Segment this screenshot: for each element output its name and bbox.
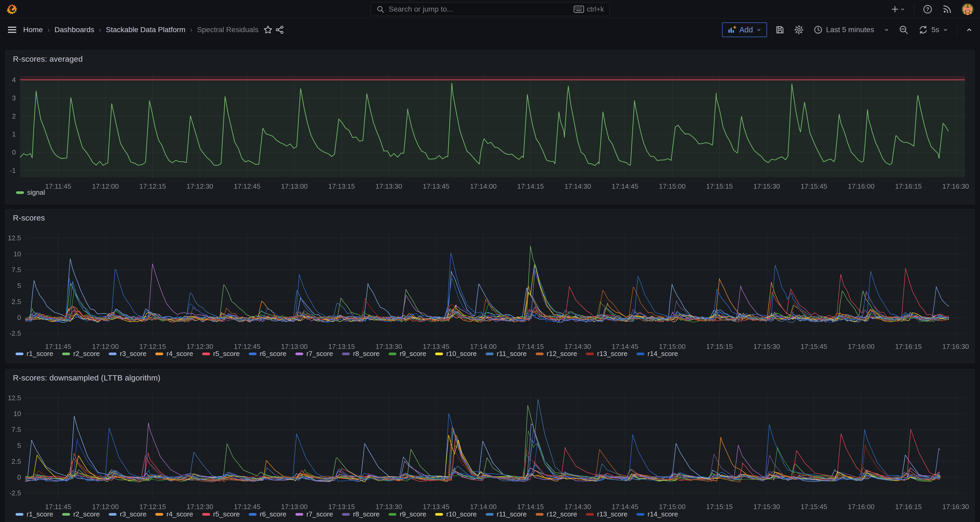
- legend-swatch: [536, 353, 544, 355]
- legend-item-label: r11_score: [497, 350, 527, 358]
- star-icon: [263, 25, 273, 35]
- legend-swatch: [62, 513, 70, 516]
- svg-text:2: 2: [12, 112, 16, 120]
- panel-title[interactable]: R-scores: [13, 214, 45, 222]
- svg-text:17:15:45: 17:15:45: [801, 182, 827, 190]
- svg-text:17:14:00: 17:14:00: [470, 182, 496, 190]
- legend-item-r12_score[interactable]: r12_score: [536, 510, 577, 518]
- svg-text:17:16:30: 17:16:30: [942, 343, 969, 350]
- legend-item-r3_score[interactable]: r3_score: [109, 350, 146, 358]
- svg-text:-2.5: -2.5: [9, 329, 21, 337]
- svg-text:0: 0: [12, 148, 16, 156]
- r-scores-downsampled-chart[interactable]: 12.5107.552.50-2.517:11:4517:12:0017:12:…: [6, 369, 974, 522]
- user-avatar-button[interactable]: [961, 2, 975, 16]
- legend-item-r14_score[interactable]: r14_score: [636, 510, 678, 518]
- mega-menu-button[interactable]: [6, 24, 18, 36]
- legend-item-r4_score[interactable]: r4_score: [155, 510, 193, 518]
- legend-item-r12_score[interactable]: r12_score: [536, 350, 577, 358]
- legend-item-r11_score[interactable]: r11_score: [486, 510, 527, 518]
- r-scores-chart[interactable]: 12.5107.552.50-2.517:11:4517:12:0017:12:…: [6, 209, 974, 363]
- save-icon: [775, 25, 785, 35]
- search-icon: [376, 5, 385, 13]
- panel-r-scores: R-scores 12.5107.552.50-2.517:11:4517:12…: [5, 209, 975, 363]
- svg-text:17:14:00: 17:14:00: [470, 343, 496, 350]
- breadcrumb-dashboards[interactable]: Dashboards: [54, 26, 94, 34]
- svg-text:17:12:15: 17:12:15: [139, 503, 166, 511]
- r-scores-averaged-chart[interactable]: 43210-117:11:4517:12:0017:12:1517:12:301…: [6, 50, 974, 204]
- svg-text:17:13:45: 17:13:45: [423, 182, 449, 190]
- share-button[interactable]: [274, 24, 285, 35]
- svg-text:4: 4: [12, 76, 16, 84]
- breadcrumb-folder[interactable]: Stackable Data Platform: [106, 26, 185, 34]
- breadcrumb-separator: ›: [99, 26, 101, 34]
- rss-icon: [942, 4, 952, 14]
- legend-item-r8_score[interactable]: r8_score: [342, 350, 380, 358]
- svg-text:17:16:15: 17:16:15: [895, 343, 921, 350]
- svg-text:17:11:45: 17:11:45: [45, 182, 71, 190]
- series-line-r11_score: [25, 264, 949, 322]
- series-line-r10_score: [25, 264, 949, 322]
- series-lines: [25, 246, 949, 322]
- series-line-r14_score: [25, 278, 949, 322]
- panel-title[interactable]: R-scores: averaged: [13, 54, 83, 64]
- svg-text:2.5: 2.5: [11, 457, 21, 465]
- legend-item-r13_score[interactable]: r13_score: [586, 510, 628, 518]
- search-input[interactable]: Search or jump to... ctrl+k: [371, 2, 609, 16]
- dashboard-settings-button[interactable]: [793, 24, 805, 36]
- search-shortcut: ctrl+k: [574, 5, 604, 13]
- zoom-out-time-button[interactable]: [897, 24, 910, 36]
- series-line-r5_score: [25, 429, 940, 481]
- legend-item-r3_score[interactable]: r3_score: [109, 510, 146, 518]
- svg-text:5: 5: [18, 282, 21, 290]
- legend-item-r4_score[interactable]: r4_score: [155, 350, 193, 358]
- legend-item-r5_score[interactable]: r5_score: [202, 510, 240, 518]
- legend-swatch: [202, 353, 210, 355]
- legend-item-r8_score[interactable]: r8_score: [342, 510, 380, 518]
- legend-item-r6_score[interactable]: r6_score: [249, 510, 286, 518]
- legend-item-r7_score[interactable]: r7_score: [295, 510, 333, 518]
- legend-item-r7_score[interactable]: r7_score: [295, 350, 333, 358]
- legend-item-r9_score[interactable]: r9_score: [388, 510, 426, 518]
- legend-item-r14_score[interactable]: r14_score: [636, 350, 678, 358]
- grafana-logo[interactable]: [6, 3, 18, 16]
- svg-text:3: 3: [12, 94, 16, 102]
- breadcrumb-home[interactable]: Home: [23, 26, 43, 34]
- legend-item-r2_score[interactable]: r2_score: [62, 350, 100, 358]
- save-dashboard-button[interactable]: [774, 24, 786, 36]
- chevron-down-icon: [756, 27, 762, 33]
- legend-item-r10_score[interactable]: r10_score: [435, 350, 477, 358]
- favorite-button[interactable]: [262, 24, 274, 35]
- grafana-logo-icon: [6, 3, 18, 15]
- legend-item-r2_score[interactable]: r2_score: [62, 510, 100, 518]
- help-button[interactable]: ?: [921, 3, 934, 15]
- legend-item-r10_score[interactable]: r10_score: [435, 510, 477, 518]
- panel-title[interactable]: R-scores: downsampled (LTTB algorithm): [13, 374, 161, 382]
- svg-text:5: 5: [18, 442, 21, 450]
- svg-text:17:14:30: 17:14:30: [564, 343, 591, 350]
- new-menu-button[interactable]: [889, 3, 907, 15]
- legend-item-r1_score[interactable]: r1_score: [16, 510, 53, 518]
- svg-text:17:14:30: 17:14:30: [564, 182, 591, 190]
- time-range-dropdown-button[interactable]: [882, 26, 891, 34]
- refresh-button[interactable]: 5s: [916, 23, 950, 37]
- series-line-r6_score: [25, 253, 949, 322]
- news-button[interactable]: [941, 3, 953, 15]
- topnav-actions: ?: [889, 2, 980, 16]
- legend-item-r9_score[interactable]: r9_score: [388, 350, 426, 358]
- legend-item-signal[interactable]: signal: [16, 188, 45, 196]
- svg-text:17:12:45: 17:12:45: [234, 503, 260, 511]
- legend-item-r6_score[interactable]: r6_score: [249, 350, 286, 358]
- svg-text:17:13:00: 17:13:00: [281, 503, 308, 511]
- legend-item-r11_score[interactable]: r11_score: [486, 350, 527, 358]
- legend-item-r1_score[interactable]: r1_score: [16, 350, 53, 358]
- legend-item-r13_score[interactable]: r13_score: [586, 350, 628, 358]
- legend-swatch: [388, 513, 396, 516]
- svg-text:17:14:45: 17:14:45: [612, 182, 638, 190]
- legend-item-r5_score[interactable]: r5_score: [202, 350, 240, 358]
- add-panel-button[interactable]: Add: [722, 22, 767, 37]
- svg-text:17:13:45: 17:13:45: [423, 343, 449, 350]
- legend-item-label: r6_score: [260, 510, 286, 518]
- time-range-picker[interactable]: Last 5 minutes: [812, 24, 875, 36]
- legend-item-label: r1_score: [27, 510, 53, 518]
- collapse-topbar-button[interactable]: [964, 25, 974, 35]
